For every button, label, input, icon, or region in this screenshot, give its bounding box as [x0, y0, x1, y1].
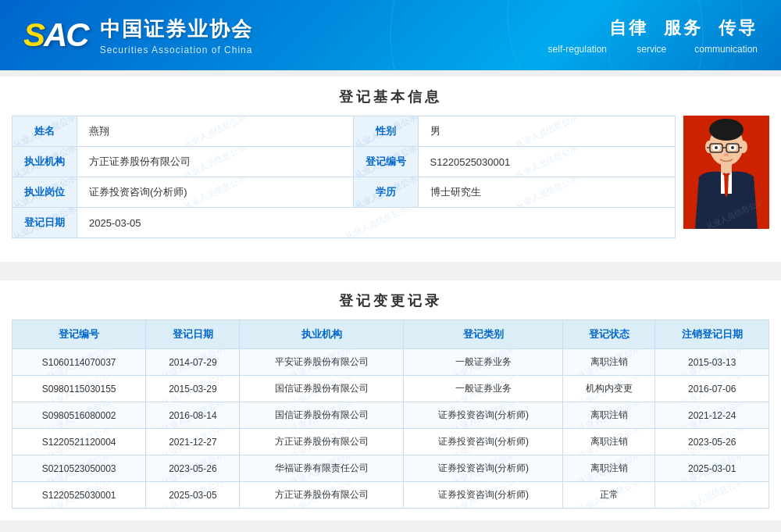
org-name-en: Securities Association of China [100, 45, 253, 55]
table-cell: S0980115030155 [12, 376, 146, 402]
svg-point-3 [740, 141, 747, 153]
label-education: 学历 [353, 177, 418, 208]
table-cell: S1060114070037 [12, 349, 146, 376]
table-cell: 离职注销 [563, 429, 655, 455]
slogan-cn-1: 自律 [609, 16, 648, 40]
info-section: 姓名 燕翔 性别 男 执业机构 方正证券股份有限公司 登记编号 S1220525… [0, 116, 781, 250]
header-slogans: 自律 服务 传导 self-regulation service communi… [546, 16, 758, 55]
table-cell: 证券投资咨询(分析师) [404, 455, 563, 482]
basic-info-title: 登记基本信息 [0, 77, 781, 116]
svg-rect-14 [721, 164, 732, 173]
table-cell: 离职注销 [563, 349, 655, 376]
table-cell: S1220525030001 [12, 482, 146, 509]
table-cell: S0210523050003 [12, 455, 146, 482]
table-cell: 2014-07-29 [146, 349, 240, 376]
svg-point-1 [709, 119, 744, 141]
org-name: 中国证券业协会 Securities Association of China [100, 16, 253, 55]
table-cell: S1220521120004 [12, 429, 146, 455]
label-position: 执业岗位 [12, 177, 77, 208]
col-status: 登记状态 [563, 320, 655, 349]
photo-svg: 从业人员信息公示 [683, 116, 769, 229]
table-row: S10601140700372014-07-29平安证券股份有限公司一般证券业务… [12, 349, 769, 376]
label-reg-id: 登记编号 [353, 147, 418, 177]
info-table-wrap: 姓名 燕翔 性别 男 执业机构 方正证券股份有限公司 登记编号 S1220525… [12, 116, 676, 238]
table-cell: 国信证券股份有限公司 [240, 376, 404, 402]
value-reg-id: S1220525030001 [418, 147, 675, 177]
page-header: SAC 中国证券业协会 Securities Association of Ch… [0, 0, 781, 70]
table-cell: 2015-03-29 [146, 376, 240, 402]
table-cell: 2016-08-14 [146, 402, 240, 429]
sac-logo: SAC [23, 16, 88, 54]
table-row: S12205250300012025-03-05方正证券股份有限公司证券投资咨询… [12, 482, 769, 509]
table-row: S09801150301552015-03-29国信证券股份有限公司一般证券业务… [12, 376, 769, 402]
table-header-row: 登记编号 登记日期 执业机构 登记类别 登记状态 注销登记日期 [12, 320, 769, 349]
table-cell: 2023-05-26 [655, 429, 769, 455]
person-photo: 从业人员信息公示 [683, 116, 769, 229]
basic-info-section: 登记基本信息 姓名 燕翔 性别 男 执业机构 方正证券股份有限公司 登记编号 S… [0, 77, 781, 262]
slogans-en: self-regulation service communication [546, 44, 758, 55]
table-cell: 离职注销 [563, 402, 655, 429]
table-cell: 证券投资咨询(分析师) [404, 482, 563, 509]
label-reg-date: 登记日期 [12, 208, 77, 238]
table-cell: 2025-03-01 [655, 455, 769, 482]
basic-info-table: 姓名 燕翔 性别 男 执业机构 方正证券股份有限公司 登记编号 S1220525… [12, 116, 676, 238]
table-cell: 国信证券股份有限公司 [240, 402, 404, 429]
table-cell: 离职注销 [563, 455, 655, 482]
table-row: 执业机构 方正证券股份有限公司 登记编号 S1220525030001 [12, 147, 676, 177]
table-cell: 方正证券股份有限公司 [240, 429, 404, 455]
table-row: 姓名 燕翔 性别 男 [12, 116, 676, 147]
svg-point-13 [724, 153, 729, 156]
table-cell: 华福证券有限责任公司 [240, 455, 404, 482]
table-cell: 机构内变更 [563, 376, 655, 402]
changes-table: 登记编号 登记日期 执业机构 登记类别 登记状态 注销登记日期 S1060114… [12, 320, 769, 509]
value-education: 博士研究生 [418, 177, 675, 208]
table-row: 执业岗位 证券投资咨询(分析师) 学历 博士研究生 [12, 177, 676, 208]
photo-cell: 从业人员信息公示 [683, 116, 769, 238]
logo-area: SAC 中国证券业协会 Securities Association of Ch… [23, 16, 253, 55]
col-cancel-date: 注销登记日期 [655, 320, 769, 349]
table-cell: 2021-12-27 [146, 429, 240, 455]
table-cell [655, 482, 769, 509]
col-reg-id: 登记编号 [12, 320, 146, 349]
value-org: 方正证券股份有限公司 [77, 147, 354, 177]
value-name: 燕翔 [77, 116, 354, 147]
label-org: 执业机构 [12, 147, 77, 177]
value-reg-date: 2025-03-05 [77, 208, 676, 238]
changes-title: 登记变更记录 [0, 280, 781, 320]
svg-point-2 [705, 141, 713, 153]
table-cell: 平安证券股份有限公司 [240, 349, 404, 376]
slogans-cn: 自律 服务 传导 [609, 16, 758, 40]
label-gender: 性别 [353, 116, 418, 147]
table-cell: 证券投资咨询(分析师) [404, 429, 563, 455]
col-type: 登记类别 [404, 320, 563, 349]
table-cell: 一般证券业务 [404, 376, 563, 402]
changes-table-wrap: 登记编号 登记日期 执业机构 登记类别 登记状态 注销登记日期 S1060114… [0, 320, 781, 509]
table-cell: 2021-12-24 [655, 402, 769, 429]
table-cell: 2016-07-06 [655, 376, 769, 402]
svg-point-11 [715, 146, 718, 149]
slogan-en-2: service [620, 44, 683, 55]
table-row: 登记日期 2025-03-05 [12, 208, 676, 238]
table-row: S02105230500032023-05-26华福证券有限责任公司证券投资咨询… [12, 455, 769, 482]
value-position: 证券投资咨询(分析师) [77, 177, 354, 208]
table-cell: 2015-03-13 [655, 349, 769, 376]
table-cell: 证券投资咨询(分析师) [404, 402, 563, 429]
table-cell: 一般证券业务 [404, 349, 563, 376]
col-date: 登记日期 [146, 320, 240, 349]
changes-section: 登记变更记录 登记编号 登记日期 执业机构 登记类别 登记状态 注销登记日期 S… [0, 280, 781, 520]
col-org: 执业机构 [240, 320, 404, 349]
table-cell: S0980516080002 [12, 402, 146, 429]
label-name: 姓名 [12, 116, 77, 147]
table-cell: 2023-05-26 [146, 455, 240, 482]
slogan-en-3: communication [694, 44, 758, 55]
slogan-cn-2: 服务 [664, 16, 703, 40]
svg-point-12 [731, 146, 734, 149]
section-divider [0, 268, 781, 274]
slogan-en-1: self-regulation [546, 44, 608, 55]
table-cell: 2025-03-05 [146, 482, 240, 509]
table-row: S12205211200042021-12-27方正证券股份有限公司证券投资咨询… [12, 429, 769, 455]
org-name-cn: 中国证券业协会 [100, 16, 253, 43]
value-gender: 男 [418, 116, 675, 147]
table-cell: 方正证券股份有限公司 [240, 482, 404, 509]
table-row: S09805160800022016-08-14国信证券股份有限公司证券投资咨询… [12, 402, 769, 429]
